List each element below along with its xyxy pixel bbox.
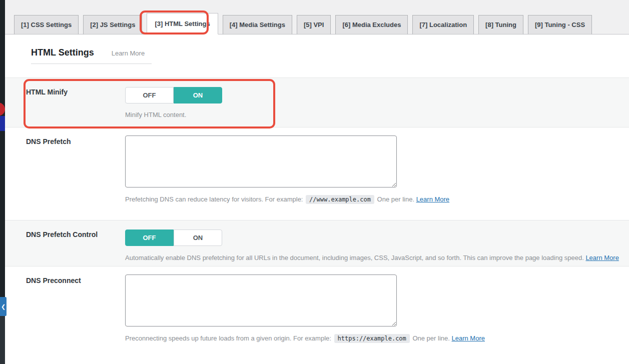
- tab-js-settings[interactable]: [2] JS Settings: [83, 15, 142, 34]
- tab-localization[interactable]: [7] Localization: [412, 15, 474, 34]
- tab-tuning-css[interactable]: [9] Tuning - CSS: [528, 15, 592, 34]
- dns-prefetch-label: DNS Prefetch: [5, 128, 125, 220]
- page-title: HTML Settings: [31, 48, 94, 58]
- html-minify-description: Minify HTML content.: [125, 110, 629, 120]
- dns-prefetch-control-label: DNS Prefetch Control: [5, 220, 125, 266]
- tab-css-settings[interactable]: [1] CSS Settings: [14, 15, 79, 34]
- settings-tabbar: [1] CSS Settings [2] JS Settings [3] HTM…: [5, 0, 629, 34]
- dns-prefetch-description: Prefetching DNS can reduce latency for v…: [125, 194, 629, 204]
- dns-preconnect-example-code: https://example.com: [334, 334, 410, 343]
- dns-preconnect-desc-text: Preconnecting speeds up future loads fro…: [125, 334, 331, 342]
- tab-vpi[interactable]: [5] VPI: [297, 15, 331, 34]
- dns-prefetch-control-off-button[interactable]: OFF: [125, 230, 174, 246]
- dns-preconnect-desc-text2: One per line.: [412, 334, 449, 342]
- dns-prefetch-textarea[interactable]: [125, 136, 397, 188]
- dns-prefetch-example-code: //www.example.com: [306, 195, 374, 204]
- dns-prefetch-control-on-button[interactable]: ON: [174, 230, 222, 246]
- tab-html-settings[interactable]: [3] HTML Settings: [147, 13, 218, 34]
- sidebar-badge-icon: [0, 102, 5, 116]
- html-minify-on-button[interactable]: ON: [174, 87, 222, 104]
- dns-prefetch-control-description: Automatically enable DNS prefetching for…: [125, 253, 629, 263]
- dns-preconnect-label: DNS Preconnect: [5, 266, 125, 360]
- setting-row-dns-prefetch-control: DNS Prefetch Control OFF ON Automaticall…: [5, 220, 629, 266]
- settings-page: [1] CSS Settings [2] JS Settings [3] HTM…: [5, 0, 629, 360]
- dns-preconnect-learn-more-link[interactable]: Learn More: [452, 334, 485, 342]
- html-minify-toggle: OFF ON: [125, 87, 222, 104]
- dns-prefetch-control-toggle: OFF ON: [125, 230, 222, 246]
- section-header: HTML Settings Learn More: [31, 48, 152, 64]
- dns-prefetch-desc-text2: One per line.: [377, 196, 414, 203]
- html-minify-label: HTML Minify: [5, 78, 125, 127]
- tab-tuning[interactable]: [8] Tuning: [478, 15, 523, 34]
- collapse-menu-button[interactable]: ❮: [0, 297, 7, 316]
- tab-media-excludes[interactable]: [6] Media Excludes: [335, 15, 408, 34]
- setting-row-dns-prefetch: DNS Prefetch Prefetching DNS can reduce …: [5, 128, 629, 220]
- sidebar-menu-icon: [0, 116, 5, 131]
- dns-preconnect-description: Preconnecting speeds up future loads fro…: [125, 334, 629, 344]
- dns-prefetch-control-desc-text: Automatically enable DNS prefetching for…: [125, 254, 584, 262]
- tab-media-settings[interactable]: [4] Media Settings: [223, 15, 292, 34]
- setting-row-html-minify: HTML Minify OFF ON Minify HTML content.: [5, 78, 629, 128]
- html-minify-off-button[interactable]: OFF: [125, 87, 174, 104]
- admin-sidebar-edge: ❮: [0, 0, 5, 364]
- dns-preconnect-textarea[interactable]: [125, 274, 397, 326]
- dns-prefetch-learn-more-link[interactable]: Learn More: [416, 196, 449, 203]
- header-learn-more-link[interactable]: Learn More: [112, 50, 145, 57]
- sidebar-lower-edge: [0, 316, 5, 364]
- dns-prefetch-desc-text: Prefetching DNS can reduce latency for v…: [125, 196, 303, 203]
- setting-row-dns-preconnect: DNS Preconnect Preconnecting speeds up f…: [5, 266, 629, 360]
- dns-prefetch-control-learn-more-link[interactable]: Learn More: [585, 254, 618, 262]
